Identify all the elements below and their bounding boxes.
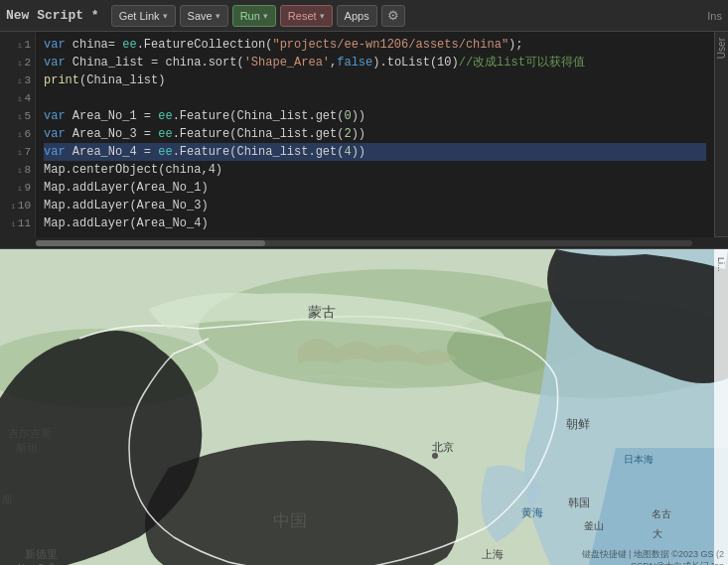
line-icon-1: i bbox=[18, 41, 23, 50]
line-icon-8: i bbox=[18, 166, 23, 175]
code-line-4 bbox=[44, 89, 706, 107]
code-line-11: Map.addLayer(Area_No_4) bbox=[44, 214, 706, 232]
run-button[interactable]: Run ▾ bbox=[232, 5, 276, 27]
line-num-6: i6 bbox=[0, 125, 35, 143]
code-line-5: var Area_No_1 = ee.Feature(China_list.ge… bbox=[44, 107, 706, 125]
map-watermark-csdn: CSDN@大白成长记Jan bbox=[631, 560, 724, 565]
beijing-dot bbox=[432, 453, 438, 459]
line-num-10: i10 bbox=[0, 197, 35, 214]
gear-icon: ⚙ bbox=[387, 8, 399, 23]
run-arrow-icon: ▾ bbox=[263, 11, 268, 21]
run-label: Run bbox=[240, 10, 260, 22]
code-line-10: Map.addLayer(Area_No_3) bbox=[44, 197, 706, 214]
line-num-5: i5 bbox=[0, 107, 35, 125]
scrollbar-track[interactable] bbox=[36, 240, 692, 246]
apps-button[interactable]: Apps bbox=[337, 5, 377, 27]
code-line-6: var Area_No_3 = ee.Feature(China_list.ge… bbox=[44, 125, 706, 143]
code-line-1: var china= ee.FeatureCollection("project… bbox=[44, 36, 706, 54]
code-editor[interactable]: i1i2i3i4i5i6i7i8i9i10i11 var china= ee.F… bbox=[0, 32, 714, 237]
line-num-8: i8 bbox=[0, 161, 35, 179]
line-num-4: i4 bbox=[0, 89, 35, 107]
get-link-button[interactable]: Get Link ▾ bbox=[111, 5, 176, 27]
map-background bbox=[0, 249, 728, 565]
scrollbar-thumb[interactable] bbox=[36, 240, 265, 246]
reset-button[interactable]: Reset ▾ bbox=[280, 5, 333, 27]
script-title: New Script * bbox=[6, 8, 99, 23]
map-right-panel: Li... bbox=[714, 249, 728, 565]
right-panel: User bbox=[714, 32, 728, 236]
get-link-arrow-icon: ▾ bbox=[163, 11, 168, 21]
line-icon-5: i bbox=[18, 112, 23, 121]
line-numbers: i1i2i3i4i5i6i7i8i9i10i11 bbox=[0, 32, 36, 237]
line-num-9: i9 bbox=[0, 179, 35, 197]
line-icon-10: i bbox=[11, 202, 16, 211]
apps-label: Apps bbox=[345, 10, 369, 22]
save-label: Save bbox=[188, 10, 213, 22]
line-num-7: i7 bbox=[0, 143, 35, 161]
editor-scrollbar[interactable] bbox=[0, 237, 728, 249]
settings-button[interactable]: ⚙ bbox=[381, 5, 405, 27]
map-view[interactable]: 蒙古 吉尔吉斯 斯坦 斯 北京 中国 朝鲜 日本海 韩国 黄海 釜山 大 名古 … bbox=[0, 249, 728, 565]
line-icon-6: i bbox=[18, 130, 23, 139]
line-icon-2: i bbox=[18, 59, 23, 68]
line-icon-7: i bbox=[18, 148, 23, 157]
line-icon-3: i bbox=[18, 76, 23, 85]
li-hint: Li... bbox=[716, 257, 726, 272]
line-num-3: i3 bbox=[0, 71, 35, 89]
code-area[interactable]: var china= ee.FeatureCollection("project… bbox=[36, 32, 714, 237]
line-icon-11: i bbox=[11, 219, 16, 228]
editor-section: i1i2i3i4i5i6i7i8i9i10i11 var china= ee.F… bbox=[0, 32, 728, 237]
code-line-3: print(China_list) bbox=[44, 71, 706, 89]
code-line-9: Map.addLayer(Area_No_1) bbox=[44, 179, 706, 197]
code-line-7: var Area_No_4 = ee.Feature(China_list.ge… bbox=[44, 143, 706, 161]
line-num-11: i11 bbox=[0, 214, 35, 232]
code-line-8: Map.centerObject(china,4) bbox=[44, 161, 706, 179]
get-link-label: Get Link bbox=[119, 10, 160, 22]
line-num-2: i2 bbox=[0, 54, 35, 71]
ins-hint: Ins bbox=[707, 10, 722, 22]
save-button[interactable]: Save ▾ bbox=[180, 5, 228, 27]
reset-arrow-icon: ▾ bbox=[320, 11, 325, 21]
use-hint-text: User bbox=[716, 38, 727, 59]
save-arrow-icon: ▾ bbox=[216, 11, 220, 21]
line-num-1: i1 bbox=[0, 36, 35, 54]
line-icon-4: i bbox=[18, 94, 23, 103]
code-line-2: var China_list = china.sort('Shape_Area'… bbox=[44, 54, 706, 71]
toolbar: New Script * Get Link ▾ Save ▾ Run ▾ Res… bbox=[0, 0, 728, 32]
reset-label: Reset bbox=[288, 10, 317, 22]
line-icon-9: i bbox=[18, 184, 23, 193]
